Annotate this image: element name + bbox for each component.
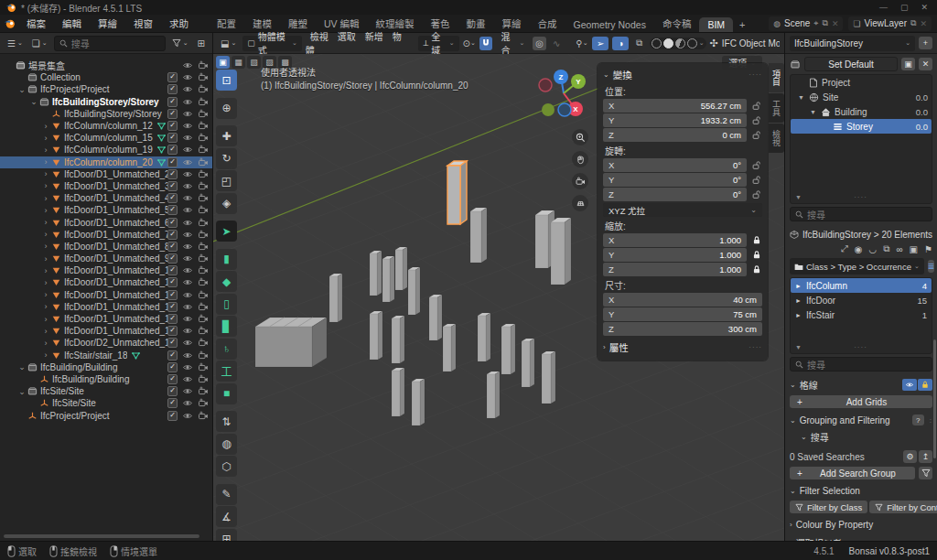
expand-caret[interactable]: › xyxy=(41,315,50,324)
outliner-row[interactable]: ›IfcDoor/D1_Unmatched_11✓ xyxy=(0,276,212,288)
outliner-row[interactable]: ›IfcDoor/D1_Unmatched_5✓ xyxy=(0,204,212,216)
workspace-tab[interactable]: BIM xyxy=(699,17,733,32)
eye-icon[interactable] xyxy=(182,157,193,167)
outliner-row[interactable]: ›IfcDoor/D1_Unmatched_6✓ xyxy=(0,216,212,228)
curve-icon[interactable]: ◡ xyxy=(869,244,878,254)
eye-icon[interactable] xyxy=(182,230,193,240)
expand-caret[interactable]: › xyxy=(41,169,50,178)
eye-icon[interactable] xyxy=(182,265,193,275)
outliner-row[interactable]: ›IfcDoor/D1_Unmatched_9✓ xyxy=(0,253,212,264)
outliner-row[interactable]: ›IfcDoor/D1_Unmatched_7✓ xyxy=(0,229,212,241)
topbar-menu-item[interactable]: 檔案 xyxy=(19,16,53,31)
viewlayer-selector[interactable]: ❏ ViewLayer ⧉ ✕ xyxy=(848,16,932,31)
collection-checkbox[interactable]: ✓ xyxy=(167,205,178,215)
editor-type-button[interactable]: ☰⌄ xyxy=(5,38,26,49)
collection-checkbox[interactable]: ✓ xyxy=(167,277,178,287)
pan-button[interactable] xyxy=(572,151,588,167)
add-workspace-button[interactable]: + xyxy=(733,17,751,32)
transform-field[interactable]: Y1.000 xyxy=(603,248,762,262)
spatial-tree-row[interactable]: ▼Site0.0 xyxy=(791,90,932,104)
outliner-row[interactable]: ›IfcDoor/D1_Unmatched_2✓ xyxy=(0,168,212,180)
outliner-row[interactable]: ›IfcDoor/D1_Unmatched_3✓ xyxy=(0,180,212,192)
expand-caret[interactable]: › xyxy=(41,290,50,299)
viewport-menu-item[interactable]: 檢視 xyxy=(306,31,333,43)
eye-icon[interactable] xyxy=(182,181,193,191)
transform-field[interactable]: X1.000 xyxy=(603,233,762,247)
collection-checkbox[interactable]: ✓ xyxy=(167,84,178,94)
slab-tool[interactable]: ◆ xyxy=(216,271,237,292)
duct-tool[interactable]: ⇅ xyxy=(216,411,237,432)
camera-icon[interactable] xyxy=(198,145,209,155)
camera-icon[interactable] xyxy=(198,265,209,275)
expand-caret[interactable]: › xyxy=(41,134,50,143)
eye-icon[interactable] xyxy=(182,193,193,203)
outliner-row[interactable]: ⌄IfcProject/Project✓ xyxy=(0,83,212,95)
select-similar-header[interactable]: ›選取相似者 xyxy=(790,536,932,541)
eye-icon[interactable] xyxy=(182,338,193,348)
select-mode-subtract[interactable]: ▧ xyxy=(247,56,261,69)
transform-field[interactable]: Z0 cm xyxy=(603,128,762,142)
transform-field[interactable]: X40 cm xyxy=(603,293,762,307)
door-tool[interactable]: ▯ xyxy=(216,294,237,315)
camera-icon[interactable] xyxy=(198,121,209,131)
furniture-tool[interactable]: ♄ xyxy=(216,339,237,360)
outliner-row[interactable]: ›IfcDoor/D1_Unmatched_12✓ xyxy=(0,289,212,301)
navigation-gizmo[interactable]: Z Y X xyxy=(535,65,592,122)
camera-icon[interactable] xyxy=(198,205,209,215)
collection-checkbox[interactable]: ✓ xyxy=(167,109,178,119)
tree-grip[interactable]: ···· xyxy=(854,193,867,201)
material-shading-icon[interactable] xyxy=(675,38,685,48)
section-grip[interactable]: : xyxy=(930,416,932,425)
camera-icon[interactable] xyxy=(198,157,209,167)
camera-icon[interactable] xyxy=(198,72,209,82)
help-icon[interactable]: ? xyxy=(912,415,924,425)
class-row[interactable]: ►IfcColumn4 xyxy=(791,278,932,293)
camera-icon[interactable] xyxy=(198,193,209,203)
panel-grip[interactable]: ···· xyxy=(749,70,762,79)
expand-caret[interactable]: › xyxy=(41,327,50,336)
wall-tool[interactable]: ▮ xyxy=(216,249,237,270)
eye-icon[interactable]: ◉ xyxy=(855,244,863,254)
expand-caret[interactable]: ⌄ xyxy=(29,97,38,106)
eye-icon[interactable] xyxy=(182,386,193,396)
expand-caret[interactable]: › xyxy=(41,206,50,215)
camera-view-button[interactable] xyxy=(572,173,588,189)
add-search-group-button[interactable]: + Add Search Group xyxy=(790,467,915,479)
storey-dropdown[interactable]: IfcBuildingStorey⌄ xyxy=(790,36,915,51)
close-button[interactable]: ✕ xyxy=(921,3,928,12)
outliner-row[interactable]: ›IfcColumn/column_12✓ xyxy=(0,120,212,132)
eye-icon[interactable] xyxy=(182,205,193,215)
rendered-shading-icon[interactable] xyxy=(687,38,697,48)
lock-open-icon[interactable] xyxy=(752,101,761,111)
filter-by-container-button[interactable]: Filter by Contai... xyxy=(869,501,937,513)
colour-by-property-header[interactable]: ›Colour By Property xyxy=(790,520,932,530)
display-mode-button[interactable]: ❏⌄ xyxy=(29,38,50,49)
camera-icon[interactable] xyxy=(198,290,209,300)
expand-caret[interactable]: ⌄ xyxy=(17,85,27,94)
eye-icon[interactable] xyxy=(182,326,193,336)
viewport-menu-item[interactable]: 新增 xyxy=(361,31,388,43)
camera-icon[interactable] xyxy=(198,326,209,336)
camera-icon[interactable] xyxy=(198,314,209,324)
filter-selection-header[interactable]: ⌄Filter Selection xyxy=(790,486,932,496)
lock-open-icon[interactable] xyxy=(752,160,761,170)
orientation-dropdown[interactable]: ⟂ 全域⌄ xyxy=(418,36,458,51)
transform-panel-header[interactable]: ⌄ 變換 ···· xyxy=(603,67,762,82)
expand-caret[interactable]: › xyxy=(41,218,50,227)
camera-icon[interactable] xyxy=(198,338,209,348)
eye-icon[interactable] xyxy=(182,350,193,361)
set-default-button[interactable]: Set Default xyxy=(804,57,898,71)
workspace-tab[interactable]: 動畫 xyxy=(458,15,494,32)
eye-icon[interactable] xyxy=(182,133,193,143)
camera-icon[interactable] xyxy=(198,169,209,179)
proportional-edit-toggle[interactable]: ◎ xyxy=(533,37,545,50)
outliner-row[interactable]: IfcBuildingStorey/Storey✓ xyxy=(0,108,212,120)
camera-icon[interactable] xyxy=(198,302,209,312)
visibility-dropdown[interactable]: ⚲⌄ xyxy=(576,37,588,50)
search-subsection-header[interactable]: ⌄搜尋 xyxy=(801,430,932,444)
outliner-row[interactable]: ›IfcColumn/column_20✓ xyxy=(0,156,212,168)
outliner-row[interactable]: ›IfcDoor/D1_Unmatched_13✓ xyxy=(0,301,212,313)
expand-caret[interactable]: › xyxy=(41,302,50,311)
camera-icon[interactable] xyxy=(198,277,209,287)
paste-icon[interactable]: ⧉ xyxy=(883,243,889,254)
